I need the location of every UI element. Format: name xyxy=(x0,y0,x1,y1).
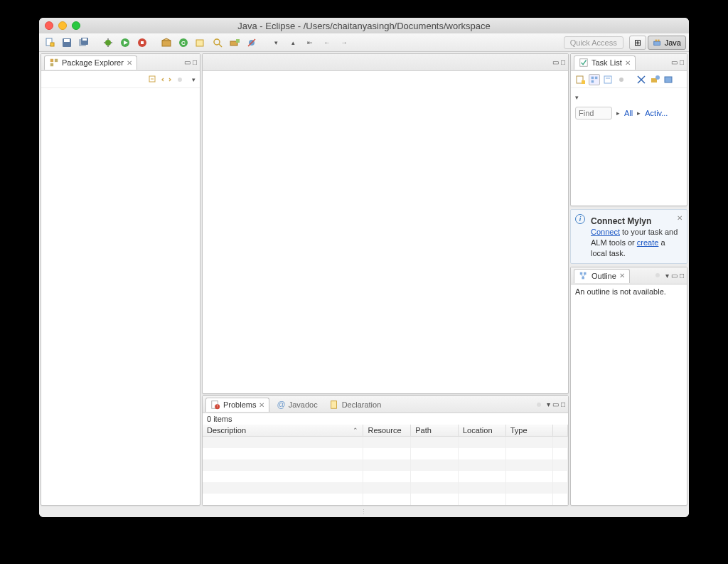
close-window-icon[interactable] xyxy=(45,21,53,30)
run-button[interactable] xyxy=(117,36,133,50)
collapse-button[interactable] xyxy=(636,74,647,85)
search-button[interactable] xyxy=(210,36,225,50)
collapse-all-button[interactable] xyxy=(147,74,159,85)
new-task-button[interactable] xyxy=(575,74,587,85)
new-button[interactable] xyxy=(42,36,58,50)
open-perspective-button[interactable]: ⊞ xyxy=(629,36,646,50)
save-button[interactable] xyxy=(59,36,75,50)
down-arrow-icon: ▾ xyxy=(274,39,278,46)
problems-rows xyxy=(203,437,568,505)
focus-button[interactable] xyxy=(533,399,545,410)
link-editor-button[interactable] xyxy=(161,74,172,85)
grip-icon[interactable]: ⋮ xyxy=(360,509,368,516)
task-list-body[interactable] xyxy=(571,119,687,206)
focus-task-button[interactable] xyxy=(174,74,186,85)
svg-point-21 xyxy=(214,39,220,45)
create-link[interactable]: create xyxy=(637,238,659,247)
package-explorer-view: Package Explorer ✕ ▭ □ ▾ xyxy=(41,53,200,506)
perspective-label: Java xyxy=(665,38,681,47)
zoom-window-icon[interactable] xyxy=(72,21,80,30)
svg-line-59 xyxy=(583,275,585,277)
maximize-view-icon[interactable]: □ xyxy=(193,58,197,66)
open-type-button[interactable] xyxy=(193,36,208,50)
maximize-view-icon[interactable]: □ xyxy=(680,58,684,66)
all-link[interactable]: All xyxy=(624,109,633,117)
col-description[interactable]: Description⌃ xyxy=(203,425,363,437)
svg-rect-45 xyxy=(595,76,598,79)
save-all-button[interactable] xyxy=(76,36,92,50)
prev-annotation-button[interactable]: ▴ xyxy=(285,36,301,50)
minimize-view-icon[interactable]: ▭ xyxy=(552,58,559,66)
minimize-view-icon[interactable]: ▭ xyxy=(184,58,191,66)
package-icon xyxy=(49,58,59,68)
minimize-view-icon[interactable]: ▭ xyxy=(671,272,678,280)
package-explorer-tab[interactable]: Package Explorer ✕ xyxy=(44,55,137,70)
svg-rect-54 xyxy=(665,77,672,83)
forward-button[interactable]: → xyxy=(336,36,352,50)
synchronize-button[interactable] xyxy=(649,74,660,85)
minimize-view-icon[interactable]: ▭ xyxy=(671,58,678,66)
col-location[interactable]: Location xyxy=(458,425,505,437)
maximize-view-icon[interactable]: □ xyxy=(561,400,565,408)
scheduled-button[interactable] xyxy=(602,74,614,85)
view-menu-icon[interactable]: ▾ xyxy=(665,272,669,280)
back-icon: ← xyxy=(324,39,331,46)
maximize-view-icon[interactable]: □ xyxy=(561,58,565,66)
minimize-view-icon[interactable]: ▭ xyxy=(552,400,559,408)
minimize-window-icon[interactable] xyxy=(58,21,67,30)
last-edit-button[interactable]: ⇤ xyxy=(302,36,318,50)
svg-rect-47 xyxy=(604,76,611,83)
debug-button[interactable] xyxy=(100,36,116,50)
problems-table: Description⌃ Resource Path Location Type xyxy=(203,425,568,505)
close-tab-icon[interactable]: ✕ xyxy=(619,272,625,280)
declaration-tab[interactable]: Declaration xyxy=(325,398,386,412)
java-perspective-button[interactable]: Java xyxy=(648,36,686,50)
editor-body[interactable] xyxy=(203,71,568,393)
hide-button[interactable] xyxy=(663,74,674,85)
skip-breakpoints-button[interactable] xyxy=(244,36,259,50)
package-explorer-body[interactable] xyxy=(41,88,200,505)
col-resource[interactable]: Resource xyxy=(363,425,411,437)
tab-label: Package Explorer xyxy=(62,58,124,67)
close-tab-icon[interactable]: ✕ xyxy=(259,401,264,409)
task-list-view: Task List ✕ ▭ □ xyxy=(570,53,687,206)
focus-button[interactable] xyxy=(652,270,663,281)
svg-rect-28 xyxy=(655,39,657,41)
back-button[interactable]: ← xyxy=(319,36,335,50)
tab-label: Task List xyxy=(592,58,622,67)
task-list-tab[interactable]: Task List ✕ xyxy=(574,55,636,70)
svg-rect-32 xyxy=(50,63,53,66)
toggle-breadcrumb-button[interactable] xyxy=(227,36,242,50)
find-input[interactable] xyxy=(575,107,612,119)
view-menu-icon[interactable]: ▾ xyxy=(192,76,196,83)
categorized-button[interactable] xyxy=(589,74,600,85)
coverage-button[interactable] xyxy=(134,36,150,50)
col-path[interactable]: Path xyxy=(411,425,459,437)
col-type[interactable]: Type xyxy=(505,425,553,437)
focus-workweek-button[interactable] xyxy=(616,74,627,85)
close-notice-icon[interactable]: ✕ xyxy=(677,214,682,222)
separator-icon xyxy=(93,36,99,50)
problems-tab[interactable]: ! Problems ✕ xyxy=(205,398,269,412)
chevron-down-icon[interactable]: ▾ xyxy=(575,94,579,101)
svg-rect-31 xyxy=(55,59,58,62)
svg-rect-29 xyxy=(658,39,660,41)
close-tab-icon[interactable]: ✕ xyxy=(127,59,132,67)
titlebar[interactable]: Java - Eclipse - /Users/chaitanyasingh/D… xyxy=(39,18,689,33)
task-icon xyxy=(579,58,589,68)
activate-link[interactable]: Activ... xyxy=(645,109,668,117)
outline-tab[interactable]: Outline ✕ xyxy=(574,269,630,283)
new-package-button[interactable] xyxy=(159,36,174,50)
declaration-icon xyxy=(329,400,339,410)
view-menu-icon[interactable]: ▾ xyxy=(547,400,550,408)
javadoc-tab[interactable]: @ Javadoc xyxy=(272,398,321,412)
svg-rect-56 xyxy=(584,272,587,275)
col-extra[interactable] xyxy=(553,425,568,437)
quick-access-input[interactable]: Quick Access xyxy=(564,36,623,49)
outline-view: Outline ✕ ▾ ▭ □ An outline is not availa… xyxy=(570,267,687,506)
next-annotation-button[interactable]: ▾ xyxy=(268,36,284,50)
maximize-view-icon[interactable]: □ xyxy=(680,272,684,280)
new-class-button[interactable]: C xyxy=(176,36,191,50)
close-tab-icon[interactable]: ✕ xyxy=(625,59,631,67)
connect-link[interactable]: Connect xyxy=(591,228,620,236)
